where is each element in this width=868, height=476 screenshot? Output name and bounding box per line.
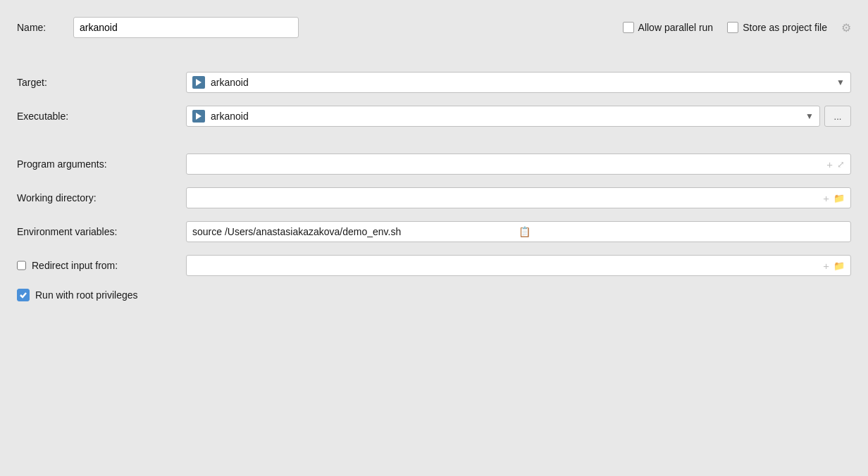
executable-content: arkanoid ▼ ... — [186, 106, 851, 127]
run-root-row: Run with root privileges — [17, 289, 851, 301]
redirect-input-actions: + 📁 — [823, 260, 845, 272]
redirect-input-input[interactable] — [192, 260, 823, 271]
working-directory-input[interactable] — [192, 192, 823, 203]
allow-parallel-run-label[interactable]: Allow parallel run — [623, 22, 714, 33]
name-row: Name: Allow parallel run Store as projec… — [17, 17, 851, 38]
environment-variables-content: source /Users/anastasiakazakova/demo_env… — [186, 221, 851, 242]
working-directory-content: + 📁 — [186, 187, 851, 208]
store-as-project-label[interactable]: Store as project file — [727, 22, 827, 33]
redirect-input-label: Redirect input from: — [32, 260, 201, 271]
target-row: Target: arkanoid ▼ — [17, 72, 851, 93]
program-arguments-content: + ⤢ — [186, 154, 851, 175]
executable-label: Executable: — [17, 111, 186, 122]
svg-marker-1 — [196, 113, 202, 120]
executable-dropdown-icon — [192, 110, 205, 123]
expand-icon[interactable]: ⤢ — [837, 159, 845, 170]
name-label: Name: — [17, 22, 73, 33]
working-directory-row: Working directory: + 📁 — [17, 187, 851, 208]
add-icon[interactable]: + — [826, 158, 833, 170]
name-input[interactable] — [73, 17, 299, 38]
environment-variables-field[interactable]: source /Users/anastasiakazakova/demo_env… — [186, 221, 851, 242]
allow-parallel-run-checkbox[interactable] — [623, 22, 634, 33]
working-directory-actions: + 📁 — [823, 192, 845, 204]
redirect-input-checkbox[interactable] — [17, 260, 26, 271]
redirect-input-row: Redirect input from: + 📁 — [17, 255, 851, 276]
target-content: arkanoid ▼ — [186, 72, 851, 93]
working-directory-field: + 📁 — [186, 187, 851, 208]
folder-icon-ri[interactable]: 📁 — [833, 261, 845, 271]
gear-icon[interactable]: ⚙ — [841, 21, 851, 35]
run-config-form: Name: Allow parallel run Store as projec… — [17, 17, 851, 301]
target-dropdown-text: arkanoid — [211, 77, 831, 88]
add-icon-ri[interactable]: + — [823, 260, 829, 272]
target-dropdown-icon — [192, 76, 205, 89]
environment-variables-row: Environment variables: source /Users/ana… — [17, 221, 851, 242]
redirect-input-field: + 📁 — [186, 255, 851, 276]
target-dropdown[interactable]: arkanoid ▼ — [186, 72, 851, 93]
redirect-input-content: + 📁 — [186, 255, 851, 276]
folder-icon-wd[interactable]: 📁 — [833, 193, 845, 203]
program-arguments-actions: + ⤢ — [826, 158, 845, 170]
target-label: Target: — [17, 77, 186, 88]
add-icon-wd[interactable]: + — [823, 192, 829, 204]
program-arguments-field: + ⤢ — [186, 154, 851, 175]
name-options: Allow parallel run Store as project file… — [623, 21, 851, 35]
executable-browse-button[interactable]: ... — [824, 106, 851, 127]
program-arguments-row: Program arguments: + ⤢ — [17, 154, 851, 175]
executable-dropdown-arrow: ▼ — [805, 111, 814, 121]
store-as-project-checkbox[interactable] — [727, 22, 738, 33]
environment-variables-value: source /Users/anastasiakazakova/demo_env… — [192, 226, 519, 237]
env-edit-icon[interactable]: 📋 — [519, 226, 845, 237]
program-arguments-input[interactable] — [192, 158, 826, 170]
program-arguments-label: Program arguments: — [17, 158, 186, 170]
executable-dropdown-text: arkanoid — [211, 111, 800, 122]
working-directory-label: Working directory: — [17, 192, 186, 203]
executable-row: Executable: arkanoid ▼ ... — [17, 106, 851, 127]
svg-marker-0 — [196, 79, 202, 86]
play-icon — [194, 78, 203, 87]
target-dropdown-arrow: ▼ — [836, 77, 845, 87]
play-icon-exec — [194, 112, 203, 120]
environment-variables-label: Environment variables: — [17, 226, 186, 237]
executable-dropdown[interactable]: arkanoid ▼ — [186, 106, 820, 127]
run-root-label: Run with root privileges — [35, 289, 138, 301]
run-root-checkbox[interactable] — [17, 289, 30, 301]
